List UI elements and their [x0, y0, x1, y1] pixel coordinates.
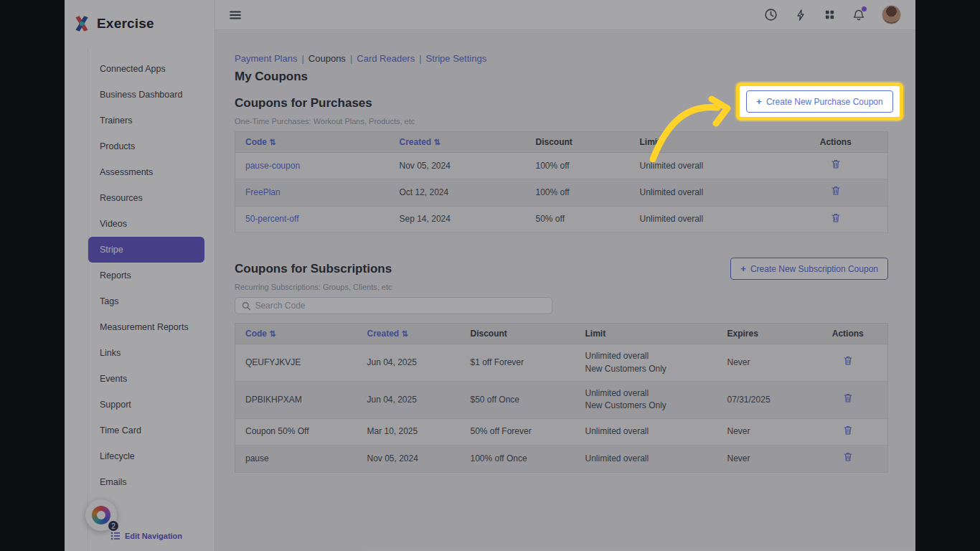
subnav-separator: |: [419, 53, 421, 64]
stripe-subnav: Payment Plans | Coupons | Card Readers |…: [235, 53, 888, 64]
coupon-limit: Unlimited overall: [630, 153, 784, 179]
coupon-code-link[interactable]: FreePlan: [235, 179, 390, 206]
table-row: FreePlan Oct 12, 2024 100% off Unlimited…: [235, 179, 888, 206]
table-row: pause Nov 05, 2024 100% off Once Unlimit…: [235, 446, 888, 472]
subnav-payment-plans[interactable]: Payment Plans: [235, 53, 297, 64]
coupon-code: QEUFYJKVJE: [235, 344, 357, 382]
coupon-discount: 100% off: [526, 179, 630, 206]
coupon-created: Oct 12, 2024: [390, 179, 526, 206]
sidebar-item-lifecycle[interactable]: Lifecycle: [88, 443, 215, 469]
sidebar-item-support[interactable]: Support: [88, 392, 215, 418]
purchases-col-discount: Discount: [526, 132, 630, 153]
subs-col-actions: Actions: [809, 324, 888, 344]
coupon-limit: Unlimited overall: [575, 446, 717, 472]
subscriptions-section-subtitle: Recurring Subscriptions: Groups, Clients…: [235, 283, 888, 291]
purchases-col-code[interactable]: Code ⇅: [235, 132, 390, 153]
subnav-card-readers[interactable]: Card Readers: [357, 53, 415, 64]
purchases-section-title: Coupons for Purchases: [235, 96, 372, 110]
create-subscription-coupon-button[interactable]: + Create New Subscription Coupon: [730, 258, 888, 280]
sidebar-item-assessments[interactable]: Assessments: [88, 159, 215, 185]
subnav-stripe-settings[interactable]: Stripe Settings: [426, 53, 487, 64]
tutorial-highlight-box: + Create New Purchase Coupon: [736, 83, 903, 121]
coupon-expires: Never: [717, 344, 809, 382]
delete-coupon-button[interactable]: [831, 212, 841, 225]
search-icon: [242, 301, 250, 311]
sidebar-item-time-card[interactable]: Time Card: [88, 418, 215, 443]
lightning-bolt-icon[interactable]: [794, 9, 807, 22]
sort-icon: ⇅: [269, 138, 275, 146]
apps-grid-icon[interactable]: [824, 9, 836, 21]
coupon-expires: Never: [717, 446, 809, 472]
edit-navigation-label: Edit Navigation: [125, 532, 182, 540]
edit-navigation-button[interactable]: Edit Navigation: [110, 531, 182, 541]
sidebar-item-reports[interactable]: Reports: [88, 263, 215, 288]
coupon-created: Mar 10, 2025: [357, 418, 461, 445]
subs-col-code[interactable]: Code ⇅: [235, 324, 357, 344]
sort-icon: ⇅: [434, 138, 440, 146]
coupon-created: Jun 04, 2025: [357, 344, 461, 382]
coupon-code: DPBIKHPXAM: [235, 381, 357, 418]
coupon-discount: 100% off: [526, 153, 630, 179]
list-icon: [110, 531, 121, 541]
sidebar-item-products[interactable]: Products: [88, 133, 215, 159]
delete-coupon-button[interactable]: [843, 392, 853, 405]
history-clock-icon[interactable]: [764, 8, 778, 22]
delete-coupon-button[interactable]: [831, 159, 841, 171]
coupon-limit: Unlimited overallNew Customers Only: [575, 344, 717, 382]
sidebar-item-emails[interactable]: Emails: [88, 469, 215, 495]
app-root: Exercise Connected Apps Business Dashboa…: [0, 0, 980, 551]
delete-coupon-button[interactable]: [843, 451, 853, 464]
hamburger-menu-button[interactable]: [228, 8, 242, 22]
search-code-input[interactable]: [255, 301, 545, 311]
create-purchase-coupon-button[interactable]: + Create New Purchase Coupon: [746, 90, 892, 113]
plus-icon: +: [756, 96, 762, 107]
left-letterbox: [0, 0, 65, 551]
coupon-code-link[interactable]: 50-percent-off: [235, 206, 390, 232]
brand-logo: Exercise: [65, 0, 215, 47]
coupon-limit: Unlimited overall: [630, 179, 784, 206]
purchases-col-limit: Limit: [630, 132, 784, 153]
sidebar-item-events[interactable]: Events: [88, 366, 215, 392]
coupon-created: Nov 05, 2024: [357, 446, 461, 472]
delete-coupon-button[interactable]: [843, 425, 853, 438]
notifications-bell-icon[interactable]: [852, 9, 865, 22]
messenger-bubble[interactable]: 2: [85, 499, 117, 531]
sidebar-item-links[interactable]: Links: [88, 340, 215, 366]
hamburger-icon: [228, 8, 242, 22]
sidebar-item-trainers[interactable]: Trainers: [88, 108, 215, 133]
coupon-created: Nov 05, 2024: [390, 153, 526, 179]
table-row: DPBIKHPXAM Jun 04, 2025 $50 off Once Unl…: [235, 381, 888, 418]
subs-col-created[interactable]: Created ⇅: [357, 324, 461, 344]
right-letterbox: [915, 0, 980, 551]
sidebar-item-resources[interactable]: Resources: [88, 185, 215, 211]
subscription-coupons-table: Code ⇅ Created ⇅ Discount Limit Expires …: [235, 323, 888, 472]
subs-col-expires: Expires: [717, 324, 809, 344]
delete-coupon-button[interactable]: [843, 355, 853, 368]
coupon-discount: 50% off Forever: [461, 418, 575, 445]
delete-coupon-button[interactable]: [831, 185, 841, 198]
subs-col-limit: Limit: [575, 324, 717, 344]
sidebar: Exercise Connected Apps Business Dashboa…: [65, 0, 215, 551]
subscriptions-section: Coupons for Subscriptions + Create New S…: [235, 258, 888, 472]
coupon-discount: $50 off Once: [461, 381, 575, 418]
coupon-code-link[interactable]: pause-coupon: [235, 153, 390, 179]
subnav-separator: |: [301, 53, 303, 64]
sidebar-item-measurement-reports[interactable]: Measurement Reports: [88, 314, 215, 340]
sort-icon: ⇅: [269, 329, 275, 338]
coupon-limit: Unlimited overall: [630, 206, 784, 232]
search-code-box: [235, 297, 552, 314]
page-title: My Coupons: [235, 70, 888, 84]
sidebar-item-connected-apps[interactable]: Connected Apps: [88, 56, 215, 82]
user-avatar[interactable]: [882, 5, 901, 24]
purchases-col-created[interactable]: Created ⇅: [390, 132, 526, 153]
plus-icon: +: [740, 263, 746, 274]
sidebar-item-stripe[interactable]: Stripe: [88, 237, 204, 263]
sidebar-item-business-dashboard[interactable]: Business Dashboard: [88, 82, 215, 108]
sidebar-item-tags[interactable]: Tags: [88, 288, 215, 314]
notification-dot: [862, 6, 867, 11]
purchases-col-actions: Actions: [784, 132, 888, 153]
coupon-expires: 07/31/2025: [717, 381, 809, 418]
table-row: pause-coupon Nov 05, 2024 100% off Unlim…: [235, 153, 888, 179]
coupon-discount: $1 off Forever: [461, 344, 575, 382]
sidebar-item-videos[interactable]: Videos: [88, 211, 215, 237]
